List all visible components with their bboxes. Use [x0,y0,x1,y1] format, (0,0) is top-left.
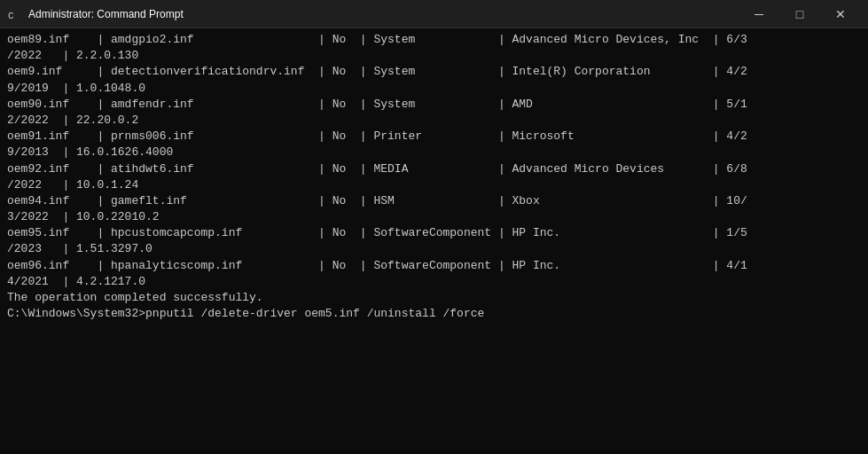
console-line: /2023 | 1.51.3297.0 [7,241,861,257]
console-line: oem91.inf | prnms006.inf | No | Printer … [7,129,861,145]
title-bar: C Administrator: Command Prompt ─ □ ✕ [0,0,868,28]
svg-text:C: C [8,11,14,21]
console-line: /2022 | 2.2.0.130 [7,48,861,64]
cmd-icon: C [7,7,21,21]
close-button[interactable]: ✕ [820,0,861,28]
console-line: 9/2013 | 16.0.1626.4000 [7,145,861,160]
console-line: The operation completed successfully. [7,290,861,306]
console-line: 9/2019 | 1.0.1048.0 [7,81,861,97]
console-line: oem96.inf | hpanalyticscomp.inf | No | S… [7,258,861,274]
minimize-button[interactable]: ─ [739,0,779,28]
console-line: 3/2022 | 10.0.22010.2 [7,209,861,225]
maximize-button[interactable]: □ [779,0,820,28]
console-line: oem95.inf | hpcustomcapcomp.inf | No | S… [7,225,861,241]
console-line: C:\Windows\System32>pnputil /delete-driv… [7,306,861,322]
title-bar-left: C Administrator: Command Prompt [7,7,184,21]
console-line: oem92.inf | atihdwt6.inf | No | MEDIA | … [7,161,861,177]
console-line: 4/2021 | 4.2.1217.0 [7,274,861,290]
command-prompt-window: C Administrator: Command Prompt ─ □ ✕ oe… [0,0,868,454]
console-line: oem89.inf | amdgpio2.inf | No | System |… [7,32,861,48]
window-controls: ─ □ ✕ [739,0,861,28]
console-line: oem9.inf | detectionverificationdrv.inf … [7,64,861,80]
console-line: 2/2022 | 22.20.0.2 [7,113,861,129]
console-output[interactable]: oem89.inf | amdgpio2.inf | No | System |… [0,28,868,454]
console-line: oem90.inf | amdfendr.inf | No | System |… [7,97,861,113]
console-line: oem94.inf | gameflt.inf | No | HSM | Xbo… [7,193,861,209]
console-line: /2022 | 10.0.1.24 [7,177,861,193]
window-title: Administrator: Command Prompt [28,8,184,20]
